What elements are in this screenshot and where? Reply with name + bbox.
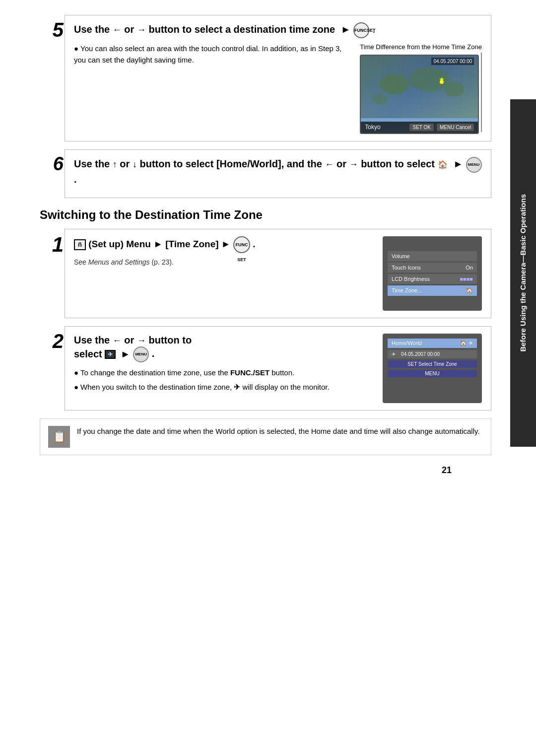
screen-buttons: SET OK MENU Cancel	[409, 124, 474, 131]
time-display: 04.05.2007 00:00	[431, 58, 474, 65]
page-number: 21	[40, 465, 452, 476]
step-5-wrapper: 5 Use the ← or → button to select a dest…	[40, 15, 491, 141]
step-5-image-area: Time Difference from the Home Time Zone	[360, 43, 482, 134]
step-6-block: Use the ↑ or ↓ button to select [Home/Wo…	[65, 149, 491, 198]
substep-2-text-area: Use the ← or → button toselect ✈ ► MENU …	[74, 334, 373, 393]
svg-point-1	[380, 74, 409, 94]
step-5-screen: 04.05.2007 00:00 Tokyo SET OK MENU Cance…	[360, 55, 479, 134]
menu-cancel-btn: MENU Cancel	[437, 124, 474, 131]
set-ok-btn: SET OK	[409, 124, 434, 131]
note-icon-symbol: 📋	[53, 430, 66, 443]
substep-2-wrapper: 2 Use the ← or → button toselect ✈ ► MEN…	[40, 326, 491, 411]
substep-1-content: ñ (Set up) Menu ► [Time Zone] ► FUNCSET …	[74, 236, 482, 311]
substep-2-screen-wrap: Home/World 🏠 ✈ ✈ 04.05.2007 00:00 SET Se…	[383, 334, 482, 403]
image-caption: Time Difference from the Home Time Zone	[360, 43, 482, 52]
menu-item-brightness: LCD Brightness■■■■	[388, 274, 477, 284]
world-time-row: ✈ 04.05.2007 00:00	[388, 350, 477, 358]
svg-point-2	[409, 67, 449, 92]
svg-point-5	[440, 80, 444, 84]
map-content	[365, 60, 474, 118]
page-number-value: 21	[442, 465, 452, 475]
substep-1-title: ñ (Set up) Menu ► [Time Zone] ► FUNCSET …	[74, 236, 373, 253]
down-arrow-icon: ↓	[133, 159, 137, 169]
svg-point-3	[444, 82, 464, 97]
substep-1-number: 1	[40, 233, 64, 257]
menu-item-volume: Volume	[388, 251, 477, 261]
world-dest-icon: ✈	[105, 350, 116, 359]
substep-1-screen: Volume Touch IconsOn LCD Brightness■■■■ …	[383, 236, 482, 311]
step-5-text: ●You can also select an area with the to…	[74, 43, 352, 66]
right-arrow-2: →	[137, 336, 146, 345]
step-5-number: 5	[40, 19, 64, 41]
step-6-number: 6	[40, 153, 64, 175]
sidebar-label: Before Using the Camera—Basic Operations	[518, 194, 528, 352]
menu-item-timezone: Time Zone...🏠	[388, 285, 477, 296]
arrow-left-icon: ←	[113, 25, 122, 35]
substep-1-title-text: (Set up) Menu ► [Time Zone] ►	[88, 239, 233, 249]
section-heading: Switching to the Destination Time Zone	[40, 208, 491, 222]
substep-2-bullets: ●To change the destination time zone, us…	[74, 367, 373, 393]
left-arrow-icon-6: ←	[325, 159, 334, 169]
city-name: Tokyo	[365, 124, 380, 131]
step-6-wrapper: 6 Use the ↑ or ↓ button to select [Home/…	[40, 149, 491, 198]
step-5-title: Use the ← or → button to select a destin…	[74, 22, 482, 38]
step-5-bullet: ●You can also select an area with the to…	[74, 43, 352, 66]
substep-2-screen: Home/World 🏠 ✈ ✈ 04.05.2007 00:00 SET Se…	[383, 334, 482, 403]
func-set-icon-1: FUNCSET	[233, 236, 250, 253]
func-set-icon-5: FUNCSET	[353, 22, 369, 38]
substep-2-bullet-1: ●To change the destination time zone, us…	[74, 367, 373, 379]
select-tz-row: SET Select Time Zone	[388, 360, 477, 368]
step-6-title: Use the ↑ or ↓ button to select [Home/Wo…	[74, 157, 482, 186]
step-5-block: Use the ← or → button to select a destin…	[65, 15, 491, 141]
map-svg	[365, 60, 474, 118]
arrow-right-icon: →	[137, 25, 146, 35]
step-5-content: ●You can also select an area with the to…	[74, 43, 482, 134]
setup-menu-icon: ñ	[74, 239, 86, 250]
home-icon-6: 🏠	[438, 160, 448, 169]
substep-2-bullet-2: ●When you switch to the destination time…	[74, 382, 373, 393]
screen-bottom-bar: Tokyo SET OK MENU Cancel	[361, 122, 478, 133]
note-box: 📋 If you change the date and time when t…	[40, 418, 491, 455]
substep-1-wrapper: 1 ñ (Set up) Menu ► [Time Zone] ► FUNCSE…	[40, 229, 491, 318]
main-content: 5 Use the ← or → button to select a dest…	[30, 10, 501, 481]
note-text: If you change the date and time when the…	[77, 426, 480, 437]
substep-1-block: ñ (Set up) Menu ► [Time Zone] ► FUNCSET …	[65, 229, 491, 318]
substep-2-title: Use the ← or → button toselect ✈ ► MENU …	[74, 334, 373, 362]
step-5-title-text: Use the ← or → button to select a destin…	[74, 24, 335, 35]
menu-icon-6: MENU	[466, 157, 482, 173]
substep-2-content: Use the ← or → button toselect ✈ ► MENU …	[74, 334, 482, 403]
substep-2-block: Use the ← or → button toselect ✈ ► MENU …	[65, 326, 491, 411]
substep-1-note: See Menus and Settings (p. 23).	[74, 258, 373, 266]
left-arrow-2: ←	[113, 336, 122, 345]
menu-row: MENU	[388, 370, 477, 377]
sidebar-tab: Before Using the Camera—Basic Operations	[510, 99, 536, 447]
step-6-title-text: Use the ↑ or ↓ button to select [Home/Wo…	[74, 158, 448, 169]
menu-item-touch: Touch IconsOn	[388, 263, 477, 273]
home-world-row: Home/World 🏠 ✈	[388, 339, 477, 348]
substep-1-text-area: ñ (Set up) Menu ► [Time Zone] ► FUNCSET …	[74, 236, 373, 266]
svg-point-4	[372, 94, 387, 104]
substep-1-screen-wrap: Volume Touch IconsOn LCD Brightness■■■■ …	[383, 236, 482, 311]
up-arrow-icon: ↑	[113, 159, 117, 169]
substep-2-number: 2	[40, 330, 64, 352]
page-container: Before Using the Camera—Basic Operations…	[0, 0, 536, 756]
menu-icon-2: MENU	[133, 346, 149, 362]
caption-line	[481, 53, 482, 132]
note-icon: 📋	[48, 426, 70, 448]
right-arrow-icon-6: →	[349, 159, 358, 169]
